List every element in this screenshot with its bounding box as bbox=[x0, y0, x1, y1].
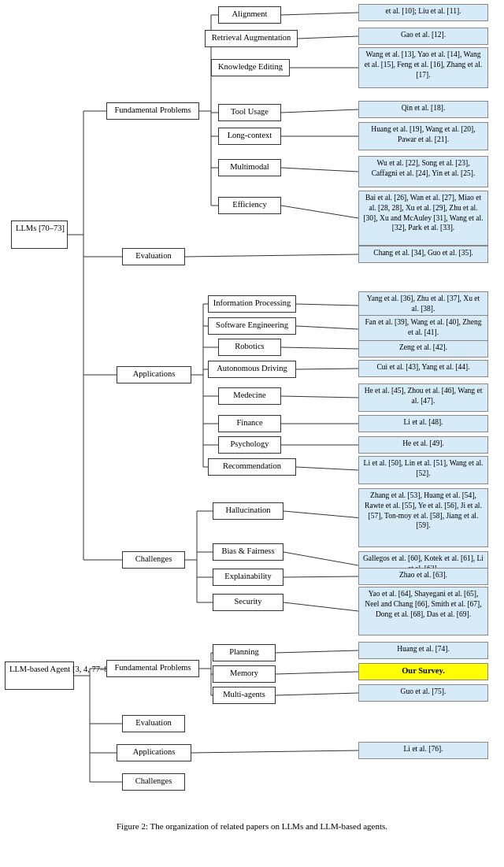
svg-line-47 bbox=[284, 511, 358, 518]
svg-line-48 bbox=[284, 552, 358, 565]
node-alignment: Alignment bbox=[218, 6, 281, 24]
svg-line-33 bbox=[298, 36, 358, 39]
node-ref_software: Fan et al. [39], Wang et al. [40], Zheng… bbox=[358, 315, 488, 343]
node-recommendation: Recommendation bbox=[208, 458, 296, 476]
diagram-container: LLMs [70–73]LLM-based Agent [3, 4, 77–80… bbox=[0, 0, 504, 835]
svg-line-38 bbox=[281, 206, 358, 218]
node-ref_psychology: He et al. [49]. bbox=[358, 436, 488, 454]
svg-line-63 bbox=[276, 672, 358, 674]
node-bias_fairness: Bias & Fairness bbox=[213, 543, 284, 561]
node-ref_planning: Huang et al. [74]. bbox=[358, 642, 488, 659]
node-ref_agent_apps: Li et al. [76]. bbox=[358, 742, 488, 759]
node-fund_problems: Fundamental Problems bbox=[106, 102, 199, 120]
svg-line-64 bbox=[276, 693, 358, 695]
node-ref_recommendation: Li et al. [50], Lin et al. [51], Wang et… bbox=[358, 456, 488, 484]
node-multi_agents: Multi-agents bbox=[213, 687, 276, 704]
node-medecine: Medecine bbox=[218, 387, 281, 405]
svg-line-37 bbox=[281, 168, 358, 172]
node-ref_robotics: Zeng et al. [42]. bbox=[358, 340, 488, 358]
node-long_context: Long-context bbox=[218, 128, 281, 145]
node-challenges: Challenges bbox=[122, 551, 185, 569]
figure-caption: Figure 2: The organization of related pa… bbox=[0, 821, 504, 831]
node-ref_auto: Cui et al. [43], Yang et al. [44]. bbox=[358, 360, 488, 377]
node-llm_agent: LLM-based Agent [3, 4, 77–80] bbox=[5, 661, 74, 690]
node-ref_knowledge: Wang et al. [13], Yao et al. [14], Wang … bbox=[358, 47, 488, 88]
svg-line-50 bbox=[284, 602, 358, 611]
node-ref_evaluation: Chang et al. [34], Guo et al. [35]. bbox=[358, 246, 488, 263]
node-info_processing: Information Processing bbox=[208, 295, 296, 313]
node-ref_long: Huang et al. [19], Wang et al. [20], Paw… bbox=[358, 122, 488, 150]
node-finance: Finance bbox=[218, 415, 281, 432]
node-ref_explainability: Zhao et al. [63]. bbox=[358, 568, 488, 585]
node-explainability: Explainability bbox=[213, 569, 284, 586]
node-agent_fund: Fundamental Problems bbox=[106, 660, 199, 677]
node-applications: Applications bbox=[117, 366, 191, 383]
node-ref_multiagents: Guo et al. [75]. bbox=[358, 684, 488, 702]
node-ref_tool: Qin et al. [18]. bbox=[358, 101, 488, 118]
node-auto_driving: Autonomous Driving bbox=[208, 361, 296, 378]
node-hallucination: Hallucination bbox=[213, 502, 284, 520]
svg-line-65 bbox=[191, 750, 358, 753]
svg-line-41 bbox=[281, 347, 358, 349]
node-ref_retrieval: Gao et al. [12]. bbox=[358, 28, 488, 45]
node-planning: Planning bbox=[213, 644, 276, 661]
node-robotics: Robotics bbox=[218, 339, 281, 356]
node-security: Security bbox=[213, 594, 284, 611]
svg-line-35 bbox=[281, 109, 358, 113]
svg-line-32 bbox=[281, 13, 358, 15]
node-ref_multimodal: Wu et al. [22], Song et al. [23], Caffag… bbox=[358, 156, 488, 187]
node-ref_efficiency: Bai et al. [26], Wan et al. [27], Miao e… bbox=[358, 191, 488, 246]
svg-line-15 bbox=[185, 254, 358, 257]
node-knowledge_editing: Knowledge Editing bbox=[211, 59, 290, 76]
svg-line-46 bbox=[296, 467, 358, 470]
node-ref_alignment: et al. [10]; Liu et al. [11]. bbox=[358, 4, 488, 21]
node-agent_challenges: Challenges bbox=[122, 773, 185, 791]
node-evaluation: Evaluation bbox=[122, 248, 185, 265]
node-ref_memory: Our Survey. bbox=[358, 663, 488, 680]
node-multimodal: Multimodal bbox=[218, 159, 281, 176]
node-tool_usage: Tool Usage bbox=[218, 104, 281, 121]
node-psychology: Psychology bbox=[218, 436, 281, 454]
svg-line-62 bbox=[276, 650, 358, 653]
node-ref_hallucination: Zhang et al. [53], Huang et al. [54], Ra… bbox=[358, 488, 488, 547]
node-ref_medecine: He et al. [45], Zhou et al. [46], Wang e… bbox=[358, 383, 488, 412]
node-ref_security: Yao et al. [64], Shayegani et al. [65], … bbox=[358, 587, 488, 635]
node-ref_finance: Li et al. [48]. bbox=[358, 415, 488, 432]
svg-line-49 bbox=[284, 576, 358, 577]
node-memory: Memory bbox=[213, 665, 276, 683]
svg-line-40 bbox=[296, 326, 358, 329]
svg-line-42 bbox=[296, 369, 358, 369]
node-agent_eval: Evaluation bbox=[122, 715, 185, 732]
node-retrieval_aug: Retrieval Augmentation bbox=[205, 30, 298, 47]
node-llms: LLMs [70–73] bbox=[11, 220, 68, 249]
node-agent_apps: Applications bbox=[117, 744, 191, 761]
node-software_eng: Software Engineering bbox=[208, 317, 296, 335]
node-efficiency: Efficiency bbox=[218, 197, 281, 214]
svg-line-43 bbox=[281, 396, 358, 398]
svg-line-39 bbox=[296, 304, 358, 306]
